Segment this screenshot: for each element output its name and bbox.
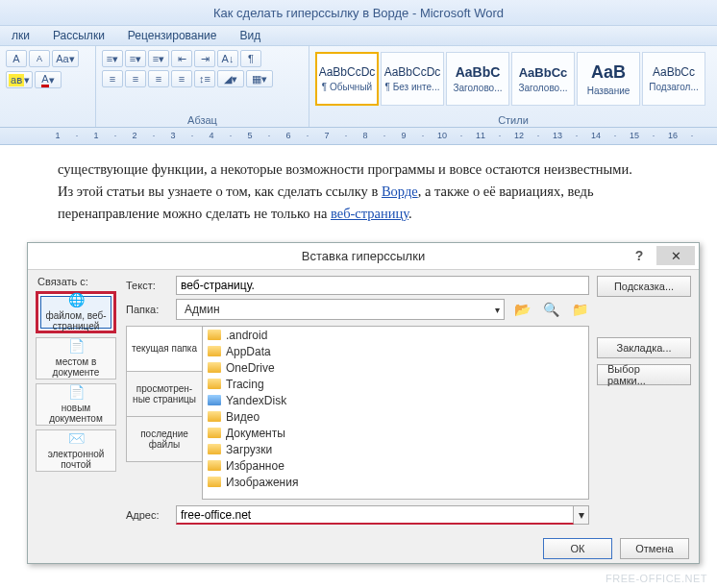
- doc-hyperlink-word[interactable]: Ворде: [382, 184, 418, 199]
- browse-panel: текущая папка просмотрен-ные страницы по…: [126, 326, 589, 500]
- ribbon-tab-view[interactable]: Вид: [229, 29, 273, 42]
- file-item[interactable]: Видео: [203, 408, 588, 425]
- folder-icon: [208, 330, 221, 340]
- link-to-label-text: новым документом: [38, 403, 113, 425]
- link-to-label-text: местом в документе: [38, 356, 113, 379]
- insert-hyperlink-dialog: Вставка гиперссылки ? ✕ Связать с: 🌐 фай…: [27, 242, 700, 564]
- sort-icon[interactable]: A↓: [217, 50, 238, 67]
- highlight-icon[interactable]: aʙ▾: [6, 71, 33, 88]
- folder-icon: [208, 379, 221, 389]
- folder-icon: [208, 477, 221, 487]
- file-item[interactable]: Изображения: [203, 474, 588, 490]
- folder-icon: [208, 428, 221, 438]
- link-to-place-in-doc[interactable]: 📄 местом в документе: [36, 337, 116, 380]
- link-to-label-text: файлом, веб-страницей: [43, 310, 109, 332]
- link-to-label-text: электронной почтой: [38, 449, 113, 471]
- dialog-titlebar: Вставка гиперссылки ? ✕: [28, 243, 699, 270]
- titlebar: Как сделать гиперссылку в Ворде - Micros…: [0, 0, 717, 25]
- line-spacing-icon[interactable]: ↕≡: [194, 70, 215, 87]
- address-dropdown[interactable]: ▾: [574, 505, 589, 525]
- hyperlink-right-panel: Подсказка... Закладка... Выбор рамки...: [589, 276, 691, 528]
- link-to-new-doc[interactable]: 📄 новым документом: [36, 383, 116, 426]
- browse-tab-current-folder[interactable]: текущая папка: [126, 326, 203, 372]
- doc-hyperlink-webpage[interactable]: веб-страницу: [331, 206, 408, 221]
- browse-tab-recent-files[interactable]: последние файлы: [126, 416, 203, 462]
- folder-icon: [208, 444, 221, 454]
- look-in-combo[interactable]: Админ ▾: [176, 299, 505, 320]
- text-label: Текст:: [126, 280, 176, 291]
- multilevel-list-icon[interactable]: ≡▾: [148, 50, 169, 67]
- shrink-font-icon[interactable]: A: [29, 50, 50, 67]
- folder-icon: [208, 362, 221, 373]
- title-text: Как сделать гиперссылку в Ворде - Micros…: [213, 6, 504, 20]
- ribbon-tab-references[interactable]: лки: [0, 29, 41, 42]
- style-item-3[interactable]: AaBbCcЗаголово...: [511, 52, 575, 106]
- shading-icon[interactable]: ◢▾: [217, 70, 244, 87]
- font-color-icon[interactable]: A▾: [35, 71, 62, 88]
- browse-tab-browsed-pages[interactable]: просмотрен-ные страницы: [126, 371, 203, 417]
- show-marks-icon[interactable]: ¶: [240, 50, 261, 67]
- file-list[interactable]: .androidAppDataOneDriveTracingYandexDisk…: [202, 326, 589, 500]
- file-item[interactable]: .android: [203, 327, 588, 343]
- file-item[interactable]: Загрузки: [203, 441, 588, 457]
- help-button[interactable]: ?: [628, 246, 651, 265]
- ok-button[interactable]: ОК: [543, 538, 612, 559]
- ribbon-group-paragraph: ≡▾ ≡▾ ≡▾ ⇤ ⇥ A↓ ¶ ≡ ≡ ≡ ≡ ↕≡ ◢▾: [96, 46, 309, 127]
- cancel-button[interactable]: Отмена: [620, 538, 689, 559]
- styles-group-label: Стили: [309, 114, 717, 126]
- link-to-file-webpage[interactable]: 🌐 файлом, веб-страницей: [36, 291, 116, 333]
- file-item[interactable]: Tracing: [203, 376, 588, 392]
- ribbon-tab-review[interactable]: Рецензирование: [116, 29, 229, 42]
- doc-text: существующие функции, а некоторые возмож…: [58, 161, 632, 177]
- app-window: Как сделать гиперссылку в Ворде - Micros…: [0, 0, 717, 588]
- file-item[interactable]: Избранное: [203, 457, 588, 474]
- numbering-icon[interactable]: ≡▾: [125, 50, 146, 67]
- ruler: 1·1·2·3·4·5·6·7·8·9·10·11·12·13·14·15·16…: [0, 128, 717, 145]
- file-item[interactable]: YandexDisk: [203, 392, 588, 408]
- browse-web-icon[interactable]: 🔍: [541, 300, 560, 319]
- style-item-0[interactable]: AaBbCcDc¶ Обычный: [315, 52, 379, 106]
- increase-indent-icon[interactable]: ⇥: [194, 50, 215, 67]
- style-item-5[interactable]: AaBbCcПодзагол...: [642, 52, 705, 106]
- file-item[interactable]: AppData: [203, 343, 588, 359]
- document-body[interactable]: существующие функции, а некоторые возмож…: [0, 145, 717, 235]
- align-left-icon[interactable]: ≡: [102, 70, 123, 87]
- ribbon-group-styles: AaBbCcDc¶ ОбычныйAaBbCcDc¶ Без инте...Aa…: [309, 46, 717, 127]
- align-center-icon[interactable]: ≡: [125, 70, 146, 87]
- align-right-icon[interactable]: ≡: [148, 70, 169, 87]
- doc-text: перенаправление можно сделать не только …: [58, 206, 331, 221]
- doc-text: Из этой статьи вы узнаете о том, как сде…: [58, 184, 382, 199]
- bullets-icon[interactable]: ≡▾: [102, 50, 123, 67]
- file-item[interactable]: OneDrive: [203, 359, 588, 376]
- borders-icon[interactable]: ▦▾: [246, 70, 273, 87]
- text-to-display-input[interactable]: [176, 276, 589, 295]
- ribbon-tab-mailings[interactable]: Рассылки: [41, 29, 116, 42]
- bookmark-button[interactable]: Закладка...: [597, 337, 691, 358]
- style-item-1[interactable]: AaBbCcDc¶ Без инте...: [381, 52, 444, 106]
- browse-file-icon[interactable]: 📁: [570, 300, 589, 319]
- folder-icon: [208, 460, 221, 471]
- style-item-2[interactable]: AaBbCЗаголово...: [446, 52, 509, 106]
- screentip-button[interactable]: Подсказка...: [597, 276, 691, 297]
- hyperlink-middle-panel: Текст: Папка: Админ ▾ 📂 🔍 📁: [120, 276, 589, 528]
- ribbon: A A Aa▾ aʙ▾ A▾ ≡▾ ≡▾ ≡▾ ⇤: [0, 46, 717, 128]
- target-frame-button[interactable]: Выбор рамки...: [597, 364, 691, 385]
- link-to-email[interactable]: ✉️ электронной почтой: [36, 429, 116, 472]
- close-button[interactable]: ✕: [656, 246, 695, 265]
- dialog-footer: ОК Отмена: [28, 534, 699, 563]
- grow-font-icon[interactable]: A: [6, 50, 27, 67]
- folder-icon: [208, 346, 221, 356]
- change-case-icon[interactable]: Aa▾: [52, 50, 79, 67]
- decrease-indent-icon[interactable]: ⇤: [171, 50, 192, 67]
- ribbon-tabs: лки Рассылки Рецензирование Вид: [0, 25, 717, 46]
- doc-text: .: [408, 206, 412, 221]
- chevron-down-icon: ▾: [495, 305, 500, 315]
- globe-page-icon: 🌐: [68, 292, 85, 307]
- address-input[interactable]: [176, 505, 574, 525]
- align-justify-icon[interactable]: ≡: [171, 70, 192, 87]
- address-label: Адрес:: [126, 509, 176, 521]
- folder-icon: [208, 395, 221, 405]
- style-item-4[interactable]: AaBНазвание: [577, 52, 640, 106]
- file-item[interactable]: Документы: [203, 425, 588, 441]
- up-one-level-icon[interactable]: 📂: [512, 300, 532, 319]
